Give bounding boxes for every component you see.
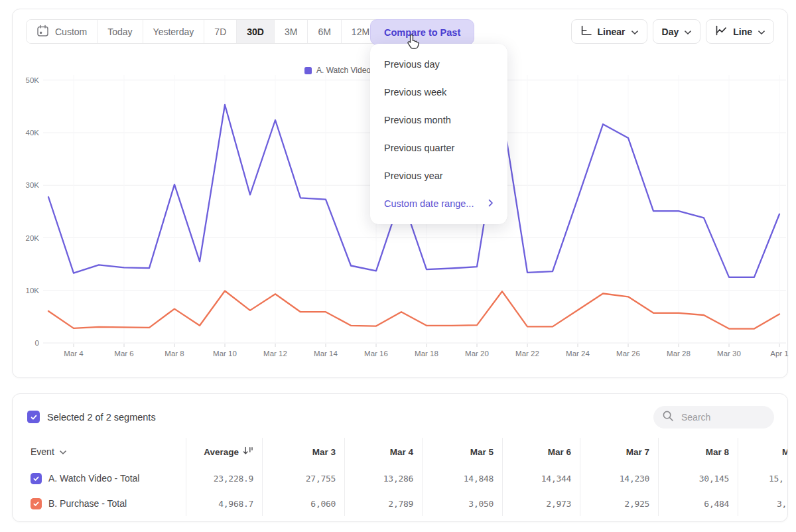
legend-label: A. Watch Video (316, 66, 371, 75)
value-cell: 2,973 (503, 491, 580, 516)
chevron-down-icon (631, 27, 638, 37)
scale-select-button[interactable]: Linear (571, 19, 647, 44)
value-cell: 6,060 (263, 491, 345, 516)
scale-select-label: Linear (598, 27, 626, 37)
cell-value: 14,344 (541, 474, 571, 484)
cell-value: 13,286 (383, 474, 413, 484)
legend-item-a-watch-video[interactable]: A. Watch Video (304, 66, 371, 75)
range-option-7d[interactable]: 7D (204, 20, 237, 43)
x-axis-label: Mar 28 (667, 350, 691, 358)
x-axis-label: Mar 22 (515, 350, 539, 358)
average-value: 23,228.9 (214, 474, 253, 484)
x-axis-label: Mar 26 (616, 350, 640, 358)
selected-segments-label: Selected 2 of 2 segments (47, 412, 156, 423)
event-column-label: Event (31, 446, 54, 457)
column-header-average[interactable]: Average (186, 438, 263, 466)
column-header-mar-5: Mar 5 (423, 438, 503, 466)
interval-select-label: Day (662, 27, 679, 37)
value-cell: 27,755 (263, 466, 345, 491)
table-row: A. Watch Video - Total23,228.927,75513,2… (26, 466, 788, 491)
range-option-label: 30D (247, 27, 264, 37)
menu-item-label: Previous day (384, 59, 440, 70)
value-cell: 3,050 (423, 491, 503, 516)
x-axis-label: Mar 6 (114, 350, 133, 358)
chart-type-select-button[interactable]: Line (706, 19, 774, 44)
average-cell: 23,228.9 (186, 466, 263, 491)
column-header-mar-3: Mar 3 (263, 438, 345, 466)
range-option-6m[interactable]: 6M (308, 20, 341, 43)
sort-descending-icon (243, 446, 253, 458)
range-option-label: 7D (214, 27, 226, 37)
range-option-label: Today (107, 27, 132, 37)
range-option-custom[interactable]: Custom (27, 20, 98, 43)
chevron-right-icon (488, 198, 494, 209)
segment-checkbox[interactable] (31, 498, 42, 509)
search-icon (662, 410, 674, 425)
series-line-b-purchase (48, 291, 779, 329)
date-column-label: Mar 6 (548, 447, 571, 457)
menu-item-previous-month[interactable]: Previous month (370, 106, 507, 134)
clipped-cell-value: 15, (769, 466, 784, 491)
segment-label: A. Watch Video - Total (48, 473, 139, 484)
menu-item-previous-week[interactable]: Previous week (370, 78, 507, 106)
clipped-cell-value: 3, (777, 491, 787, 516)
menu-item-custom-date-range[interactable]: Custom date range... (370, 190, 507, 218)
x-axis-label: Mar 10 (213, 350, 237, 358)
menu-item-previous-day[interactable]: Previous day (370, 50, 507, 78)
column-header-mar-4: Mar 4 (345, 438, 423, 466)
column-header-mar-8: Mar 8 (659, 438, 738, 466)
range-option-label: 3M (285, 27, 297, 37)
cell-value: 30,145 (699, 474, 729, 484)
menu-item-previous-quarter[interactable]: Previous quarter (370, 134, 507, 162)
range-option-today[interactable]: Today (98, 20, 143, 43)
value-cell: 14,344 (503, 466, 580, 491)
legend-swatch (304, 67, 312, 74)
y-axis-label: 10K (26, 287, 40, 295)
cell-value: 14,230 (620, 474, 649, 484)
date-column-label: Mar 5 (470, 447, 494, 457)
axis-scale-icon (580, 25, 592, 38)
segment-checkbox[interactable] (31, 473, 42, 484)
range-option-30d[interactable]: 30D (237, 20, 275, 43)
search-input[interactable] (680, 411, 765, 423)
date-column-label: Mar 7 (626, 447, 649, 457)
checkmark-icon (30, 413, 38, 421)
value-cell: 13,286 (345, 466, 423, 491)
column-header-event[interactable]: Event (26, 438, 186, 466)
cell-value: 2,973 (546, 499, 571, 509)
y-axis-label: 40K (26, 129, 40, 137)
menu-item-previous-year[interactable]: Previous year (370, 162, 507, 190)
value-cell: 30,145 (659, 466, 738, 491)
y-axis-label: 30K (26, 181, 40, 189)
event-cell: A. Watch Video - Total (26, 466, 186, 491)
value-cell: 14,848 (423, 466, 503, 491)
segment-label: B. Purchase - Total (48, 498, 127, 509)
line-chart-icon (715, 25, 727, 38)
menu-item-label: Previous month (384, 115, 451, 125)
date-column-label: Mar 3 (312, 447, 336, 457)
menu-item-label: Previous week (384, 87, 446, 98)
select-all-segments-checkbox[interactable] (27, 411, 40, 423)
cell-value: 6,060 (310, 499, 336, 509)
chart-display-controls: Linear Day Line (571, 19, 774, 44)
column-header-mar-7: Mar 7 (580, 438, 659, 466)
range-option-label: 6M (318, 27, 330, 37)
x-axis-label: Mar 30 (717, 350, 741, 358)
segments-search (653, 406, 774, 429)
range-option-label: Custom (55, 27, 87, 37)
date-column-label: Mar 4 (390, 447, 413, 457)
range-option-3m[interactable]: 3M (275, 20, 308, 43)
column-header-mar-6: Mar 6 (503, 438, 580, 466)
menu-item-label: Custom date range... (384, 198, 474, 209)
calendar-icon (36, 25, 49, 39)
x-axis-label: Mar 20 (465, 350, 489, 358)
compare-to-past-button[interactable]: Compare to Past (370, 19, 474, 45)
range-option-label: 12M (352, 27, 369, 37)
range-option-yesterday[interactable]: Yesterday (143, 20, 205, 43)
range-option-label: Yesterday (153, 27, 194, 37)
average-column-label: Average (204, 447, 239, 457)
chevron-down-icon (60, 446, 66, 457)
interval-select-button[interactable]: Day (653, 19, 701, 44)
chart-card: 010K20K30K40K50KMar 4Mar 6Mar 8Mar 10Mar… (12, 9, 788, 378)
x-axis-label: Mar 16 (364, 350, 388, 358)
